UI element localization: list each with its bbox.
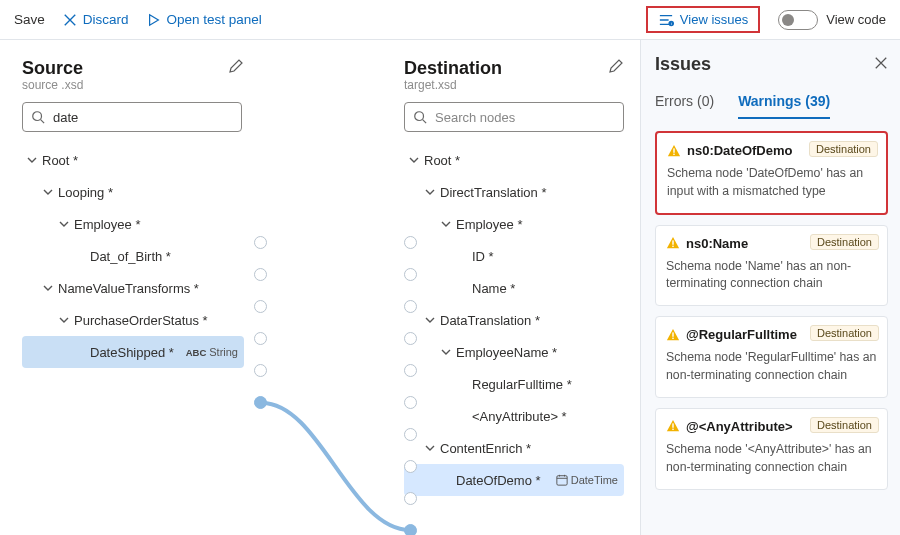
- issues-tabs: Errors (0) Warnings (39): [655, 93, 888, 119]
- port[interactable]: [254, 364, 267, 377]
- port[interactable]: [404, 300, 417, 313]
- chevron-down-icon[interactable]: [424, 185, 436, 200]
- port[interactable]: [404, 460, 417, 473]
- save-button[interactable]: Save: [14, 12, 45, 27]
- close-panel-button[interactable]: [874, 54, 888, 75]
- source-search[interactable]: [22, 102, 242, 132]
- issue-title: @RegularFulltime: [686, 327, 797, 342]
- tree-node[interactable]: RegularFulltime *: [404, 368, 624, 400]
- port[interactable]: [254, 268, 267, 281]
- chevron-down-icon[interactable]: [58, 313, 70, 328]
- tree-node[interactable]: Name *: [404, 272, 624, 304]
- node-label: PurchaseOrderStatus *: [74, 313, 208, 328]
- node-label: DateShipped *: [90, 345, 174, 360]
- port[interactable]: [404, 364, 417, 377]
- tree-node[interactable]: NameValueTransforms *: [22, 272, 244, 304]
- destination-search[interactable]: [404, 102, 624, 132]
- tree-node[interactable]: DataTranslation *: [404, 304, 624, 336]
- svg-rect-10: [672, 337, 673, 338]
- source-search-input[interactable]: [51, 109, 233, 126]
- node-label: Looping *: [58, 185, 113, 200]
- chevron-down-icon[interactable]: [26, 153, 38, 168]
- tree-node[interactable]: Root *: [404, 144, 624, 176]
- svg-rect-5: [673, 148, 674, 152]
- chevron-down-icon[interactable]: [58, 217, 70, 232]
- issue-body: Schema node '<AnyAttribute>' has an non-…: [666, 441, 877, 477]
- node-label: <AnyAttribute> *: [472, 409, 567, 424]
- node-label: DirectTranslation *: [440, 185, 546, 200]
- tree-node[interactable]: DirectTranslation *: [404, 176, 624, 208]
- port[interactable]: [404, 236, 417, 249]
- chevron-down-icon[interactable]: [42, 185, 54, 200]
- tree-node[interactable]: <AnyAttribute> *: [404, 400, 624, 432]
- svg-point-3: [415, 112, 424, 121]
- chevron-down-icon[interactable]: [424, 441, 436, 456]
- node-label: Name *: [472, 281, 515, 296]
- node-label: DataTranslation *: [440, 313, 540, 328]
- issues-icon: i: [658, 13, 674, 27]
- port[interactable]: [404, 268, 417, 281]
- chevron-down-icon[interactable]: [424, 313, 436, 328]
- toggle-knob: [782, 14, 794, 26]
- tree-node[interactable]: Looping *: [22, 176, 244, 208]
- node-label: Dat_of_Birth *: [90, 249, 171, 264]
- issue-card[interactable]: @<AnyAttribute>DestinationSchema node '<…: [655, 408, 888, 490]
- node-label: ID *: [472, 249, 494, 264]
- edit-icon[interactable]: [228, 58, 244, 74]
- node-label: DateOfDemo *: [456, 473, 541, 488]
- port-connected[interactable]: [254, 396, 267, 409]
- port[interactable]: [254, 300, 267, 313]
- tree-node[interactable]: ContentEnrich *: [404, 432, 624, 464]
- play-icon: [147, 13, 161, 27]
- tree-node[interactable]: EmployeeName *: [404, 336, 624, 368]
- tree-node[interactable]: Employee *: [22, 208, 244, 240]
- chevron-down-icon[interactable]: [42, 281, 54, 296]
- svg-point-2: [33, 112, 42, 121]
- view-code-label: View code: [826, 12, 886, 27]
- tab-warnings[interactable]: Warnings (39): [738, 93, 830, 119]
- port[interactable]: [254, 236, 267, 249]
- port[interactable]: [404, 396, 417, 409]
- close-icon: [63, 13, 77, 27]
- chevron-down-icon[interactable]: [440, 345, 452, 360]
- issue-card[interactable]: ns0:DateOfDemoDestinationSchema node 'Da…: [655, 131, 888, 215]
- destination-search-input[interactable]: [433, 109, 615, 126]
- destination-subtitle: target.xsd: [404, 78, 502, 92]
- tree-node[interactable]: Dat_of_Birth *: [22, 240, 244, 272]
- tree-node[interactable]: PurchaseOrderStatus *: [22, 304, 244, 336]
- tree-node[interactable]: Root *: [22, 144, 244, 176]
- issue-body: Schema node 'DateOfDemo' has an input wi…: [667, 165, 876, 201]
- issue-badge: Destination: [810, 417, 879, 433]
- svg-text:i: i: [671, 21, 672, 26]
- issue-title: ns0:DateOfDemo: [687, 143, 792, 158]
- tree-node[interactable]: ID *: [404, 240, 624, 272]
- tree-node[interactable]: Employee *: [404, 208, 624, 240]
- mapper-canvas: Source source .xsd Root *Looping *Employ…: [0, 40, 640, 535]
- view-issues-button[interactable]: i View issues: [646, 6, 760, 33]
- chevron-down-icon[interactable]: [408, 153, 420, 168]
- node-label: ContentEnrich *: [440, 441, 531, 456]
- view-issues-label: View issues: [680, 12, 748, 27]
- issue-card[interactable]: ns0:NameDestinationSchema node 'Name' ha…: [655, 225, 888, 307]
- destination-panel: Destination target.xsd Root *DirectTrans…: [404, 58, 624, 496]
- source-panel: Source source .xsd Root *Looping *Employ…: [22, 58, 244, 496]
- issue-title: @<AnyAttribute>: [686, 419, 793, 434]
- port[interactable]: [404, 492, 417, 505]
- issue-card[interactable]: @RegularFulltimeDestinationSchema node '…: [655, 316, 888, 398]
- tab-errors[interactable]: Errors (0): [655, 93, 714, 119]
- issue-title: ns0:Name: [686, 236, 748, 251]
- tree-node[interactable]: DateOfDemo * DateTime: [404, 464, 624, 496]
- port-connected[interactable]: [404, 524, 417, 535]
- discard-button[interactable]: Discard: [63, 12, 129, 27]
- toggle-switch[interactable]: [778, 10, 818, 30]
- port[interactable]: [404, 332, 417, 345]
- node-label: RegularFulltime *: [472, 377, 572, 392]
- open-test-panel-button[interactable]: Open test panel: [147, 12, 262, 27]
- tree-node[interactable]: DateShipped *ABC String: [22, 336, 244, 368]
- port[interactable]: [404, 428, 417, 441]
- port[interactable]: [254, 332, 267, 345]
- view-code-toggle[interactable]: View code: [778, 10, 886, 30]
- chevron-down-icon[interactable]: [440, 217, 452, 232]
- edit-icon[interactable]: [608, 58, 624, 74]
- node-label: Root *: [424, 153, 460, 168]
